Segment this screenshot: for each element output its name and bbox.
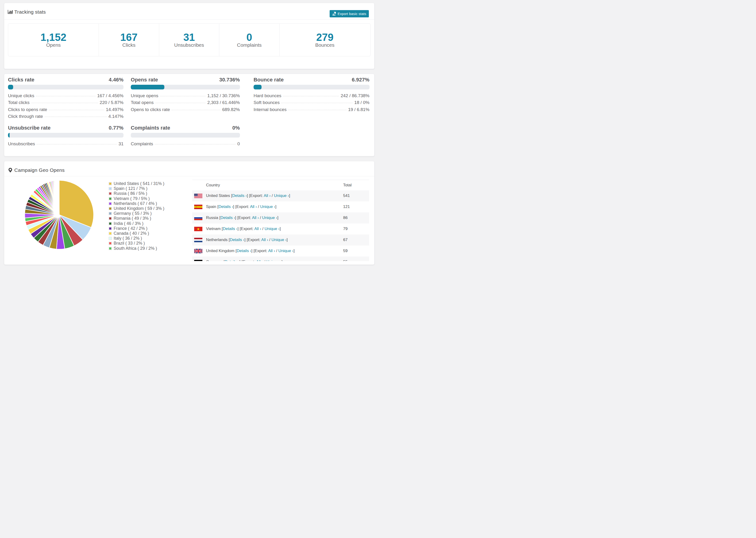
unique-link-label: Unique xyxy=(274,193,287,198)
country-cell: Germany [Details ›] [Export: All › / Uni… xyxy=(204,256,343,261)
rate-row-label: Unique opens xyxy=(131,92,158,99)
legend-item: Canada ( 40 / 2% ) xyxy=(109,231,164,236)
geo-body: United States ( 541 / 31% )Spain ( 121 /… xyxy=(8,176,370,261)
stat-value: 31 xyxy=(183,33,195,42)
rate-row-value: 14.497% xyxy=(106,106,124,113)
stat-unsubscribes: 31Unsubscribes xyxy=(159,24,219,56)
legend-label: South Africa ( 29 / 2% ) xyxy=(114,246,157,251)
divider xyxy=(4,20,374,20)
progress-bar xyxy=(131,85,240,89)
details-link[interactable]: Details › xyxy=(223,227,237,231)
legend-label: Germany ( 55 / 3% ) xyxy=(114,211,152,216)
progress-bar xyxy=(8,85,124,89)
flag-cell xyxy=(192,235,204,245)
country-total: 59 xyxy=(343,245,369,256)
export-all-link[interactable]: All › xyxy=(268,248,275,253)
legend-swatch xyxy=(109,237,112,240)
chevron-right-icon: › xyxy=(232,204,233,209)
rate-title-row: Clicks rate4.46% xyxy=(8,77,124,83)
all-link-label: All xyxy=(252,215,256,220)
flag-cell xyxy=(192,245,204,256)
export-all-link[interactable]: All › xyxy=(252,215,259,220)
chevron-right-icon: › xyxy=(245,193,247,198)
details-link[interactable]: Details › xyxy=(237,248,251,253)
rate-title-row: Complaints rate0% xyxy=(131,125,240,131)
details-link[interactable]: Details › xyxy=(230,238,244,242)
export-label: Export: xyxy=(248,238,260,242)
rate-row-value: 31 xyxy=(119,140,124,147)
legend-item: Vietnam ( 79 / 5% ) xyxy=(109,196,164,201)
all-link-label: All xyxy=(250,204,254,209)
export-unique-link[interactable]: Unique › xyxy=(266,260,282,261)
legend-item: Germany ( 55 / 3% ) xyxy=(109,211,164,216)
details-link[interactable]: Details › xyxy=(225,260,239,261)
details-link[interactable]: Details › xyxy=(220,215,235,220)
export-unique-link[interactable]: Unique › xyxy=(271,238,287,242)
export-all-link[interactable]: All › xyxy=(250,204,257,209)
export-unique-link[interactable]: Unique › xyxy=(279,248,294,253)
flag-cell xyxy=(192,224,204,235)
rate-row-value: 220 / 5.87% xyxy=(100,99,124,106)
flag-cell xyxy=(192,201,204,212)
rate-block-unsubscribe-rate: Unsubscribe rate0.77%Unsubscribes31 xyxy=(8,125,124,147)
export-unique-link[interactable]: Unique › xyxy=(274,193,289,198)
progress-bar xyxy=(8,133,124,137)
export-all-link[interactable]: All › xyxy=(254,227,261,231)
geo-opens-title-text: Campaign Geo Opens xyxy=(14,167,65,173)
geo-table-row-us: United States [Details ›] [Export: All ›… xyxy=(192,190,369,201)
legend-item: Brazil ( 33 / 2% ) xyxy=(109,241,164,246)
country-total: 121 xyxy=(343,201,369,212)
details-link[interactable]: Details › xyxy=(218,204,233,209)
export-unique-link[interactable]: Unique › xyxy=(265,227,280,231)
country-name: Netherlands xyxy=(206,238,228,242)
stat-bounces: 279Bounces xyxy=(280,24,370,56)
bar-chart-icon-svg xyxy=(8,10,13,14)
geo-opens-card: Campaign Geo Opens United States ( 541 /… xyxy=(4,161,374,265)
rate-row: Unsubscribes31 xyxy=(8,140,124,147)
details-link-label: Details xyxy=(220,215,233,220)
legend-item: Italy ( 36 / 2% ) xyxy=(109,236,164,241)
legend-item: Spain ( 121 / 7% ) xyxy=(109,186,164,191)
rate-row-value: 689.82% xyxy=(222,106,240,113)
details-link[interactable]: Details › xyxy=(232,193,247,198)
chevron-right-icon: › xyxy=(262,260,263,261)
chevron-right-icon: › xyxy=(260,227,261,231)
chevron-right-icon: › xyxy=(274,248,275,253)
rates-row-1: Clicks rate4.46%Unique clicks167 / 4.456… xyxy=(8,77,374,120)
country-name: Russia xyxy=(206,215,218,220)
country-name: United Kingdom xyxy=(206,248,235,253)
country-total: 55 xyxy=(343,256,369,261)
export-all-link[interactable]: All › xyxy=(261,238,268,242)
chevron-right-icon: › xyxy=(250,248,251,253)
rate-row-value: 0 xyxy=(237,140,240,147)
geo-table-row-vn: Vietnam [Details ›] [Export: All › / Uni… xyxy=(192,224,369,235)
rate-row-label: Total clicks xyxy=(8,99,29,106)
stat-opens: 1,152Opens xyxy=(8,24,99,56)
export-unique-link[interactable]: Unique › xyxy=(262,215,277,220)
dotted-leader xyxy=(31,103,98,103)
rate-row-label: Unique clicks xyxy=(8,92,34,99)
details-link-label: Details xyxy=(223,227,235,231)
chevron-right-icon: › xyxy=(276,215,277,220)
rate-title-row: Bounce rate6.927% xyxy=(253,77,369,83)
export-basic-stats-button[interactable]: Export basic stats xyxy=(330,10,369,17)
rate-row: Unique opens1,152 / 30.736% xyxy=(131,92,240,99)
geo-opens-title: Campaign Geo Opens xyxy=(8,167,65,173)
bar-chart-icon xyxy=(8,10,13,14)
export-unique-link[interactable]: Unique › xyxy=(260,204,275,209)
rate-row: Unique clicks167 / 4.456% xyxy=(8,92,124,99)
geo-table-body: United States [Details ›] [Export: All ›… xyxy=(192,190,369,261)
chevron-right-icon: › xyxy=(234,215,235,220)
legend-swatch xyxy=(109,227,112,230)
stat-value: 0 xyxy=(246,33,252,42)
export-all-link[interactable]: All › xyxy=(256,260,263,261)
legend-swatch xyxy=(109,242,112,245)
export-all-link[interactable]: All › xyxy=(264,193,270,198)
rates-row-2: Unsubscribe rate0.77%Unsubscribes31Compl… xyxy=(8,125,374,147)
rate-rows: Unsubscribes31 xyxy=(8,140,124,147)
geo-table-row-ru: Russia [Details ›] [Export: All › / Uniq… xyxy=(192,212,369,224)
legend-swatch xyxy=(109,207,112,210)
legend-item: South Africa ( 29 / 2% ) xyxy=(109,246,164,251)
chevron-right-icon: › xyxy=(267,238,268,242)
stat-label: Clicks xyxy=(122,42,135,48)
